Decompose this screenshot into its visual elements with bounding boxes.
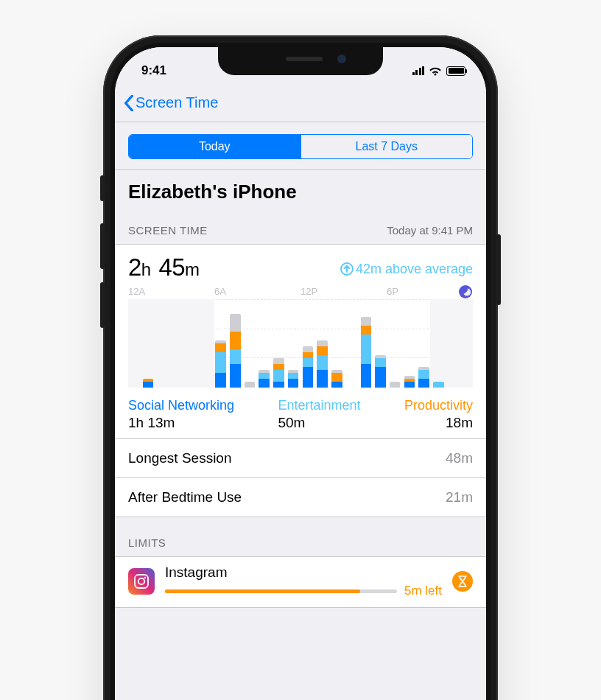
chart-bar [245,382,256,388]
battery-icon [446,66,465,76]
chart-x-axis: z 12A6A12P6P [128,286,473,298]
back-button[interactable]: Screen Time [124,94,218,111]
side-button [496,234,501,305]
volume-up-button [100,223,105,269]
chart-bar [303,346,314,388]
instagram-icon [128,568,155,595]
row-value: 48m [446,450,473,466]
limit-progress [165,589,397,593]
legend-entertainment-label: Entertainment [278,398,360,413]
section-label: LIMITS [128,536,166,549]
chart-bar [259,370,270,388]
avg-delta: 42m above average [340,262,473,277]
avg-delta-text: 42m above average [356,262,473,277]
limit-remaining: 5m left [404,584,442,598]
legend-social-value: 1h 13m [128,415,234,431]
arrow-up-circle-icon [340,262,354,276]
back-label: Screen Time [136,94,218,111]
legend-productivity-value: 18m [446,415,473,431]
chevron-left-icon [124,95,134,111]
wifi-icon [429,66,442,76]
chart-bar [273,358,284,388]
device-title: Elizabeth's iPhone [115,170,486,205]
chart-bar [390,382,401,388]
section-label: SCREEN TIME [128,224,208,237]
row-label: Longest Session [128,450,232,466]
chart-bar [404,376,415,388]
legend-productivity-label: Productivity [404,398,473,413]
legend-entertainment-value: 50m [278,415,360,431]
svg-point-4 [138,578,144,584]
chart-bar [433,382,444,388]
usage-bar-chart [128,299,473,388]
chart-bar [375,355,386,388]
range-segment: Today Last 7 Days [128,134,473,159]
svg-rect-3 [135,575,148,588]
chart-legend: Social Networking 1h 13m Entertainment 5… [128,395,473,431]
usage-chart-card[interactable]: 2h 45m 42m above average [115,244,486,438]
hourglass-icon [452,571,473,592]
range-switcher-row: Today Last 7 Days [115,122,486,170]
limit-app-name: Instagram [165,564,442,581]
chart-bar [230,314,241,388]
chart-bar [215,340,226,388]
cellular-signal-icon [412,66,425,75]
chart-bar [288,370,299,388]
row-longest-session[interactable]: Longest Session 48m [115,438,486,477]
limits-header: LIMITS [115,517,486,556]
screen-time-header: SCREEN TIME Today at 9:41 PM [115,205,486,244]
chart-bar [143,379,154,388]
tab-last-7-days[interactable]: Last 7 Days [300,135,473,158]
row-after-bedtime[interactable]: After Bedtime Use 21m [115,477,486,517]
chart-bar [418,367,429,388]
nav-bar: Screen Time [115,84,486,122]
limit-row-instagram[interactable]: Instagram 5m left [115,556,486,608]
row-label: After Bedtime Use [128,489,242,505]
chart-bar [331,370,342,388]
svg-point-5 [144,577,146,578]
mute-switch [100,175,105,201]
chart-bar [317,340,328,388]
volume-down-button [100,282,105,328]
phone-frame: 9:41 [103,35,498,700]
total-screen-time: 2h 45m [128,253,201,281]
chart-bar [361,317,372,388]
status-time: 9:41 [141,63,166,78]
legend-social-label: Social Networking [128,398,234,413]
row-value: 21m [446,489,473,505]
section-timestamp: Today at 9:41 PM [387,224,473,237]
tab-today[interactable]: Today [129,135,300,158]
notch [218,47,383,75]
